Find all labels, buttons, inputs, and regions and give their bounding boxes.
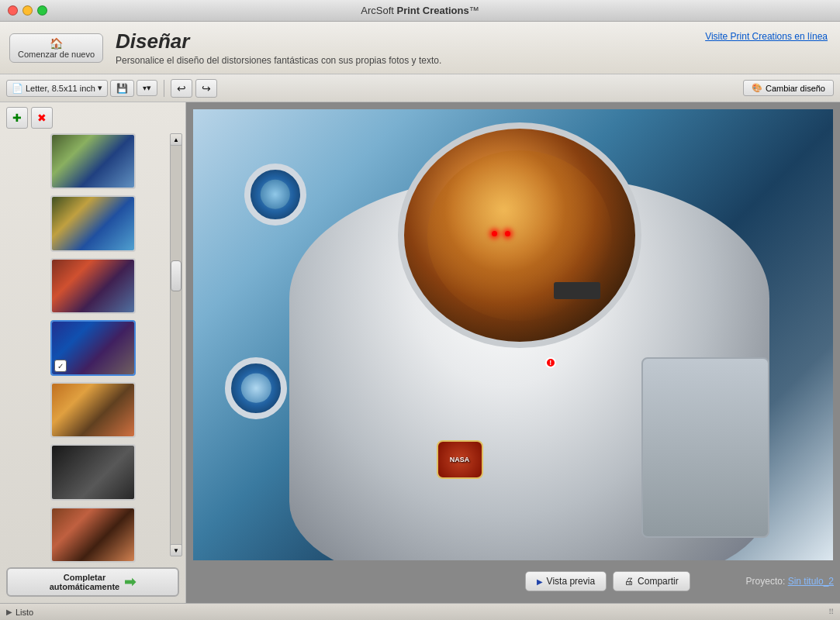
preview-button[interactable]: Vista previa [525, 571, 607, 591]
share-icon [624, 576, 634, 587]
astronaut-image: ! NASA [193, 109, 833, 560]
scroll-track [170, 133, 182, 556]
red-eye-right [505, 231, 510, 236]
visit-link[interactable]: Visite Print Creations en línea [705, 31, 828, 42]
page-size-selector[interactable]: Letter, 8.5x11 inch ▾ [6, 80, 108, 97]
warning-pin: ! [545, 357, 556, 368]
resize-grip[interactable]: ⠿ [828, 608, 834, 616]
helmet [398, 122, 641, 348]
autocomplete-label: Completar automáticamente [50, 573, 119, 591]
project-info: Proyecto: Sin titulo_2 [746, 576, 834, 587]
thumbnail-item[interactable] [50, 133, 136, 189]
thumbnail-item[interactable] [50, 507, 136, 563]
save-icon [116, 83, 128, 94]
red-eye-left [492, 231, 497, 236]
titlebar: ArcSoft Print Creations™ [0, 0, 840, 22]
preview-label: Vista previa [547, 576, 595, 587]
toolbar-separator [164, 80, 164, 97]
equipment-arm [641, 357, 769, 538]
back-button-label: Comenzar de nuevo [18, 50, 95, 59]
design-icon [752, 83, 762, 93]
content-area: ✓ ▲ ▼ Completar automáticamente [0, 102, 840, 603]
bottom-bar: Vista previa Compartir Proyecto: Sin tit… [192, 566, 834, 597]
autocomplete-button[interactable]: Completar automáticamente ➡ [6, 567, 179, 597]
play-icon [537, 576, 543, 587]
remove-icon [37, 112, 47, 124]
home-icon [50, 37, 63, 50]
left-panel: ✓ ▲ ▼ Completar automáticamente [0, 102, 186, 603]
add-photo-button[interactable] [6, 107, 28, 129]
scroll-down-button[interactable]: ▼ [170, 544, 182, 556]
minimize-button[interactable] [22, 5, 33, 16]
project-name-link[interactable]: Sin titulo_2 [788, 576, 834, 587]
project-prefix: Proyecto: [746, 576, 786, 587]
canvas-area: ! NASA Vista previa [186, 102, 840, 603]
thumbnail-item-selected[interactable]: ✓ [50, 320, 136, 376]
add-icon [12, 112, 22, 124]
canvas-frame[interactable]: ! NASA [192, 108, 834, 561]
maximize-button[interactable] [37, 5, 47, 16]
save-button[interactable] [110, 80, 134, 97]
statusbar: ▶ Listo ⠿ [0, 603, 840, 620]
bottom-buttons: Vista previa Compartir [469, 571, 746, 591]
window-controls[interactable] [8, 5, 47, 16]
selection-checkmark: ✓ [54, 360, 67, 372]
autocomplete-icon: ➡ [124, 574, 136, 591]
scroll-thumb[interactable] [171, 260, 181, 291]
thumbnail-item[interactable] [50, 195, 136, 251]
scroll-up-button[interactable]: ▲ [170, 133, 182, 146]
toolbar: Letter, 8.5x11 inch ▾ ▾ Cambiar diseño [0, 74, 840, 102]
cambiar-diseno-label: Cambiar diseño [766, 84, 825, 93]
close-button[interactable] [8, 5, 18, 16]
topbar: Comenzar de nuevo Diseñar Personalice el… [0, 22, 840, 74]
page-subtitle: Personalice el diseño del distorsiones f… [116, 55, 831, 66]
page-icon [12, 83, 23, 94]
share-button[interactable]: Compartir [613, 571, 690, 591]
undo-icon [177, 82, 186, 95]
main-window: Comenzar de nuevo Diseñar Personalice el… [0, 22, 840, 620]
share-label: Compartir [638, 576, 679, 587]
thumbnail-item[interactable] [50, 258, 136, 314]
window-title: ArcSoft Print Creations™ [361, 5, 479, 16]
redo-button[interactable] [195, 79, 217, 98]
status-arrow-icon: ▶ [6, 608, 12, 616]
save-dropdown-icon: ▾ [143, 83, 151, 93]
porthole-bottom [225, 357, 287, 419]
back-button[interactable]: Comenzar de nuevo [9, 33, 103, 63]
cambiar-diseno-button[interactable]: Cambiar diseño [743, 80, 834, 96]
status-text: Listo [16, 608, 33, 617]
redo-icon [202, 82, 211, 95]
porthole-top [244, 164, 306, 226]
toolbar-page-group: Letter, 8.5x11 inch ▾ ▾ [6, 80, 157, 97]
page-size-label: Letter, 8.5x11 inch [26, 84, 95, 93]
thumbnail-item[interactable] [50, 382, 136, 438]
thumbnail-item[interactable] [50, 444, 136, 500]
nasa-patch: NASA [437, 440, 483, 479]
panel-toolbar [0, 107, 185, 129]
dropdown-arrow: ▾ [98, 83, 102, 93]
thumbnail-list: ✓ [0, 133, 185, 563]
undo-button[interactable] [171, 79, 192, 98]
remove-photo-button[interactable] [31, 107, 53, 129]
save-dropdown-button[interactable]: ▾ [137, 80, 157, 96]
